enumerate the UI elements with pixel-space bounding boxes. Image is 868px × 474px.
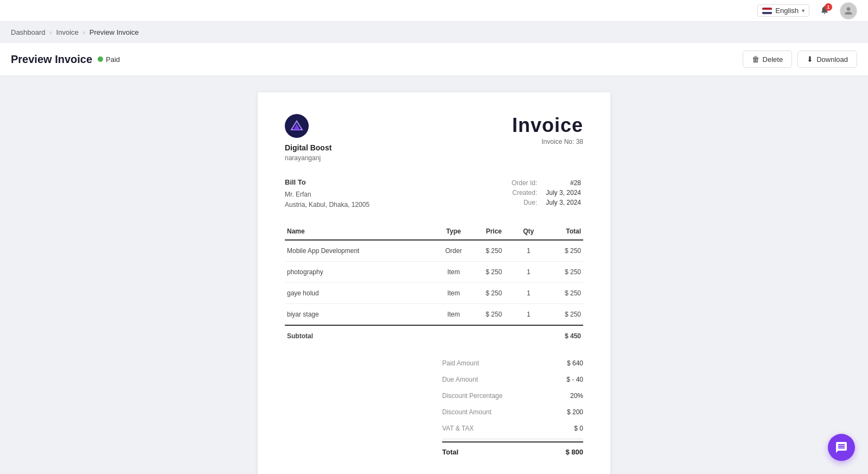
flag-icon — [762, 8, 772, 14]
language-selector[interactable]: English ▾ — [757, 4, 809, 17]
order-id-value: #28 — [544, 178, 583, 188]
invoice-card: Digital Boost narayanganj Invoice Invoic… — [258, 92, 610, 474]
company-location: narayanganj — [285, 154, 331, 162]
page-title-area: Preview Invoice Paid — [11, 53, 120, 66]
table-row: biyar stage Item $ 250 1 $ 250 — [285, 304, 583, 326]
item-qty-1: 1 — [514, 262, 543, 283]
invoice-number: Invoice No: 38 — [512, 138, 583, 146]
summary-label-1: Due Amount — [442, 376, 478, 383]
paid-label: Paid — [106, 55, 120, 64]
page-header: Preview Invoice Paid 🗑 Delete ⬇ Download — [0, 43, 868, 76]
col-name: Name — [285, 223, 433, 240]
company-logo — [285, 114, 309, 138]
header-actions: 🗑 Delete ⬇ Download — [743, 50, 857, 68]
item-qty-0: 1 — [514, 240, 543, 262]
item-price-1: $ 250 — [474, 262, 514, 283]
col-total: Total — [543, 223, 583, 240]
item-price-0: $ 250 — [474, 240, 514, 262]
bill-order-section: Bill To Mr. Erfan Austria, Kabul, Dhaka,… — [285, 178, 583, 210]
summary-value-3: $ 200 — [567, 408, 583, 416]
item-total-3: $ 250 — [543, 304, 583, 326]
items-table: Name Type Price Qty Total Mobile App Dev… — [285, 223, 583, 346]
item-type-0: Order — [433, 240, 474, 262]
col-qty: Qty — [514, 223, 543, 240]
due-value: July 3, 2024 — [544, 198, 583, 207]
company-name: Digital Boost — [285, 143, 331, 152]
table-header-row: Name Type Price Qty Total — [285, 223, 583, 240]
table-row: gaye holud Item $ 250 1 $ 250 — [285, 283, 583, 304]
summary-label-0: Paid Amount — [442, 359, 479, 367]
breadcrumb-dashboard[interactable]: Dashboard — [11, 28, 46, 36]
breadcrumb-current: Preview Invoice — [90, 28, 139, 36]
item-name-1: photography — [285, 262, 433, 283]
summary-label-4: VAT & TAX — [442, 425, 474, 432]
summary-divider — [442, 439, 583, 439]
summary-row-1: Due Amount $ - 40 — [442, 371, 583, 388]
paid-badge: Paid — [98, 55, 120, 64]
breadcrumb-sep-1: › — [50, 29, 52, 36]
item-type-1: Item — [433, 262, 474, 283]
breadcrumb-sep-2: › — [83, 29, 85, 36]
main-content: Digital Boost narayanganj Invoice Invoic… — [0, 76, 868, 474]
trash-icon: 🗑 — [752, 55, 760, 64]
bill-to-heading: Bill To — [285, 178, 369, 186]
item-price-3: $ 250 — [474, 304, 514, 326]
subtotal-label: Subtotal — [285, 325, 543, 346]
item-type-2: Item — [433, 283, 474, 304]
item-name-3: biyar stage — [285, 304, 433, 326]
created-label: Created: — [509, 188, 544, 198]
total-value: $ 800 — [565, 448, 583, 456]
notification-badge: 1 — [825, 3, 832, 11]
table-row: Mobile App Development Order $ 250 1 $ 2… — [285, 240, 583, 262]
language-label: English — [775, 7, 799, 15]
item-qty-2: 1 — [514, 283, 543, 304]
summary-value-4: $ 0 — [574, 425, 583, 432]
paid-dot — [98, 56, 103, 62]
company-info: Digital Boost narayanganj — [285, 114, 331, 162]
invoice-title-area: Invoice Invoice No: 38 — [512, 114, 583, 146]
notification-button[interactable]: 1 — [816, 2, 833, 20]
invoice-title: Invoice — [512, 114, 583, 137]
item-qty-3: 1 — [514, 304, 543, 326]
item-name-2: gaye holud — [285, 283, 433, 304]
item-name-0: Mobile App Development — [285, 240, 433, 262]
top-nav: English ▾ 1 — [0, 0, 868, 22]
summary-value-2: 20% — [570, 392, 583, 400]
chevron-down-icon: ▾ — [802, 8, 805, 14]
total-label: Total — [442, 448, 458, 456]
subtotal-row: Subtotal $ 450 — [285, 325, 583, 346]
due-label: Due: — [509, 198, 544, 207]
total-row: Total $ 800 — [442, 441, 583, 462]
item-price-2: $ 250 — [474, 283, 514, 304]
bill-to: Bill To Mr. Erfan Austria, Kabul, Dhaka,… — [285, 178, 369, 210]
table-row: photography Item $ 250 1 $ 250 — [285, 262, 583, 283]
bill-to-name: Mr. Erfan — [285, 189, 369, 200]
summary-row-0: Paid Amount $ 640 — [442, 355, 583, 371]
breadcrumb: Dashboard › Invoice › Preview Invoice — [0, 22, 868, 43]
summary-row-4: VAT & TAX $ 0 — [442, 420, 583, 437]
bill-to-address: Austria, Kabul, Dhaka, 12005 — [285, 200, 369, 210]
page-title: Preview Invoice — [11, 53, 92, 66]
summary-value-1: $ - 40 — [566, 376, 583, 383]
col-price: Price — [474, 223, 514, 240]
item-type-3: Item — [433, 304, 474, 326]
item-total-2: $ 250 — [543, 283, 583, 304]
download-icon: ⬇ — [807, 55, 813, 64]
due-row: Due: July 3, 2024 — [509, 198, 583, 207]
delete-button[interactable]: 🗑 Delete — [743, 50, 793, 68]
summary-table: Paid Amount $ 640 Due Amount $ - 40 Disc… — [442, 355, 583, 462]
col-type: Type — [433, 223, 474, 240]
summary-section: Paid Amount $ 640 Due Amount $ - 40 Disc… — [285, 355, 583, 462]
download-button[interactable]: ⬇ Download — [797, 50, 857, 68]
created-row: Created: July 3, 2024 — [509, 188, 583, 198]
item-total-1: $ 250 — [543, 262, 583, 283]
user-avatar[interactable] — [840, 2, 857, 20]
summary-label-3: Discount Amount — [442, 408, 492, 416]
breadcrumb-invoice[interactable]: Invoice — [56, 28, 79, 36]
summary-label-2: Discount Percentage — [442, 392, 502, 400]
chat-fab-button[interactable] — [828, 434, 855, 461]
summary-row-3: Discount Amount $ 200 — [442, 404, 583, 420]
order-info: Order Id: #28 Created: July 3, 2024 Due:… — [509, 178, 583, 210]
subtotal-value: $ 450 — [543, 325, 583, 346]
invoice-top: Digital Boost narayanganj Invoice Invoic… — [285, 114, 583, 162]
